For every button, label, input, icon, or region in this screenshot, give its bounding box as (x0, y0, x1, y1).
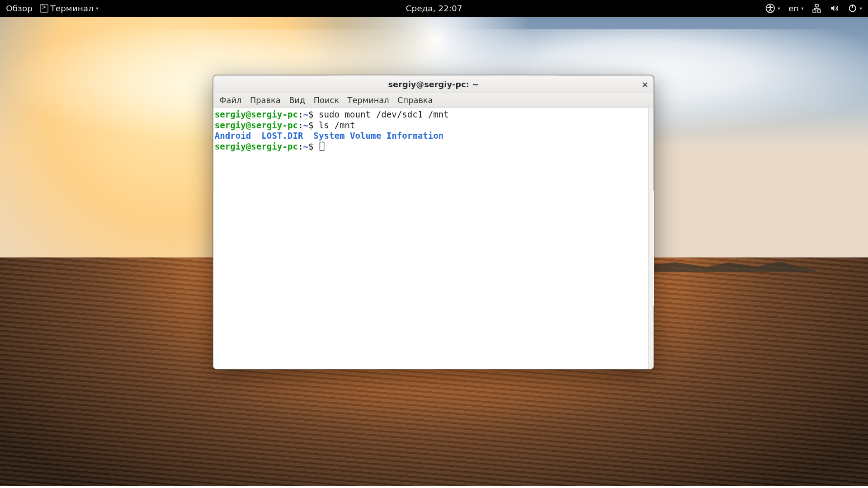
accessibility-icon (766, 4, 775, 13)
chevron-down-icon: ▾ (860, 6, 862, 11)
appmenu-button[interactable]: Терминал ▾ (40, 4, 99, 13)
input-source-menu[interactable]: en ▾ (788, 4, 804, 13)
chevron-down-icon: ▾ (96, 6, 98, 11)
top-panel: Обзор Терминал ▾ Среда, 22:07 ▾ (0, 0, 868, 17)
menu-file[interactable]: Файл (219, 95, 241, 104)
svg-rect-4 (818, 10, 821, 12)
appmenu-label: Терминал (51, 4, 94, 13)
window-titlebar[interactable]: sergiy@sergiy-pc: ~ × (213, 75, 653, 92)
volume-indicator[interactable] (830, 4, 840, 13)
chevron-down-icon: ▾ (801, 6, 803, 11)
activities-button[interactable]: Обзор (6, 4, 33, 13)
scrollbar[interactable] (648, 108, 653, 369)
volume-icon (830, 4, 840, 13)
close-icon: × (642, 79, 648, 89)
close-button[interactable]: × (639, 78, 651, 90)
window-title: sergiy@sergiy-pc: ~ (388, 79, 479, 89)
input-lang-label: en (788, 4, 799, 13)
menu-edit[interactable]: Правка (250, 95, 281, 104)
svg-rect-3 (813, 10, 816, 12)
network-wired-icon (812, 4, 821, 13)
chevron-down-icon: ▾ (778, 6, 780, 11)
menu-help[interactable]: Справка (397, 95, 433, 104)
clock-button[interactable]: Среда, 22:07 (406, 4, 462, 13)
system-menu[interactable]: ▾ (848, 4, 862, 13)
menu-terminal[interactable]: Терминал (348, 95, 389, 104)
network-indicator[interactable] (812, 4, 821, 13)
svg-point-1 (770, 5, 772, 7)
menu-search[interactable]: Поиск (314, 95, 339, 104)
clock-label: Среда, 22:07 (406, 4, 462, 13)
accessibility-menu[interactable]: ▾ (766, 4, 780, 13)
terminal-window: sergiy@sergiy-pc: ~ × Файл Правка Вид По… (213, 75, 654, 369)
terminal-textarea[interactable]: sergiy@sergiy-pc:~$ sudo mount /dev/sdc1… (213, 108, 653, 369)
activities-label: Обзор (6, 4, 33, 13)
menu-view[interactable]: Вид (289, 95, 305, 104)
menubar: Файл Правка Вид Поиск Терминал Справка (213, 92, 653, 108)
terminal-app-icon (40, 4, 48, 12)
power-icon (848, 4, 857, 13)
svg-rect-2 (815, 5, 818, 7)
